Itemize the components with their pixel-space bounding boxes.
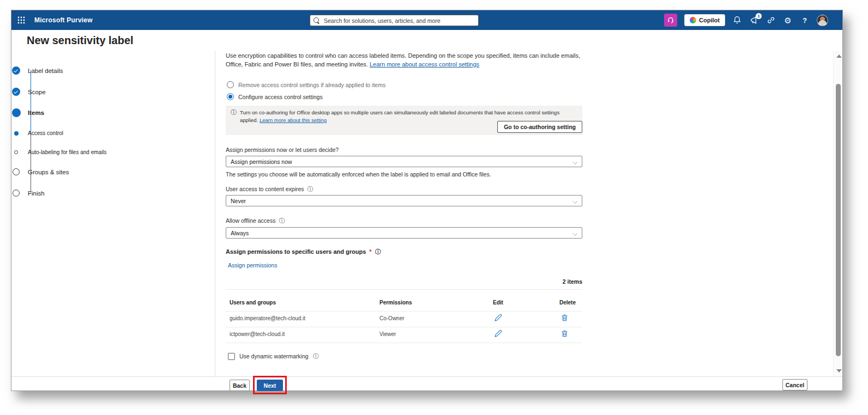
info-icon[interactable]: ⓘ (308, 186, 314, 192)
column-header-users[interactable]: Users and groups (230, 300, 276, 306)
chevron-down-icon (572, 199, 577, 204)
account-avatar[interactable] (817, 15, 828, 26)
table-cell-user: guido.imperatore@tech-cloud.it (230, 315, 305, 321)
delete-permission-button[interactable] (560, 329, 569, 338)
whats-new-badge: 1 (756, 13, 762, 19)
radio-configure-access-control[interactable]: Configure access control settings (227, 93, 323, 101)
radio-label: Configure access control settings (238, 94, 323, 100)
assign-mode-helper: The settings you choose will be automati… (226, 171, 491, 178)
global-search[interactable] (310, 15, 479, 26)
go-to-coauthoring-button[interactable]: Go to co-authoring setting (497, 121, 582, 133)
field-label-text: Assign permissions now or let users deci… (226, 147, 339, 153)
scroll-down-arrow-icon[interactable] (836, 369, 842, 373)
wizard-step-auto-labeling[interactable]: Auto-labeling for files and emails (11, 148, 107, 157)
table-divider (226, 289, 582, 290)
items-count: 2 items (563, 278, 582, 285)
top-bar-actions: Copilot 1 ⚙ (664, 10, 828, 30)
substep-upcoming-icon (14, 150, 18, 154)
assign-permissions-heading: Assign permissions to specific users and… (226, 248, 381, 255)
trash-icon (560, 314, 569, 322)
app-launcher-button[interactable] (11, 10, 31, 30)
notifications-button[interactable] (732, 15, 742, 25)
whats-new-button[interactable]: 1 (749, 15, 759, 25)
chevron-down-icon (572, 160, 577, 164)
offline-access-dropdown[interactable]: Always (226, 227, 582, 239)
pencil-icon (494, 329, 502, 338)
footer-divider (11, 376, 842, 377)
wizard-progress-line-todo (31, 133, 31, 193)
link-icon (767, 16, 775, 25)
field-label-text: Allow offline access (226, 217, 275, 224)
substep-current-icon (14, 131, 19, 136)
column-header-edit: Edit (493, 300, 503, 306)
table-divider (226, 343, 582, 343)
dynamic-watermarking-checkbox-row[interactable]: Use dynamic watermarking ⓘ (228, 352, 319, 360)
wizard-step-access-control[interactable]: Access control (11, 129, 63, 138)
wizard-step-scope[interactable]: Scope (11, 87, 46, 96)
assign-mode-label: Assign permissions now or let users deci… (226, 147, 339, 153)
step-label: Scope (28, 89, 46, 95)
edit-permission-button[interactable] (494, 314, 503, 322)
waffle-icon (17, 16, 25, 24)
wizard-step-label-details[interactable]: Label details (11, 66, 63, 75)
pencil-icon (494, 314, 502, 322)
checkbox-unchecked-icon[interactable] (228, 353, 235, 360)
wizard-step-finish[interactable]: Finish (11, 188, 45, 198)
assign-mode-dropdown[interactable]: Assign permissions now (226, 156, 582, 167)
dropdown-value: Always (231, 230, 249, 236)
scroll-up-arrow-icon[interactable] (836, 54, 842, 58)
copilot-logo-icon (690, 17, 696, 23)
radio-label: Remove access control settings if alread… (238, 82, 385, 88)
step-label: Items (28, 109, 44, 116)
next-button[interactable]: Next (257, 380, 283, 391)
copilot-button[interactable]: Copilot (684, 14, 725, 26)
edit-permission-button[interactable] (494, 329, 503, 338)
page-title: New sensitivity label (27, 34, 134, 47)
heading-text: Assign permissions to specific users and… (226, 248, 366, 255)
step-current-icon (12, 108, 21, 117)
scrollbar-thumb[interactable] (836, 84, 841, 356)
table-cell-permission: Viewer (379, 331, 396, 337)
copilot-label: Copilot (699, 17, 720, 23)
info-icon[interactable]: ⓘ (313, 353, 319, 359)
radio-unselected-icon (227, 81, 234, 88)
top-app-bar: Microsoft Purview Copilot (11, 10, 842, 30)
checkbox-label: Use dynamic watermarking (239, 353, 309, 359)
wizard-step-groups-sites[interactable]: Groups & sites (11, 167, 69, 176)
required-asterisk: * (369, 248, 371, 255)
column-header-permissions[interactable]: Permissions (379, 300, 412, 306)
radio-selected-icon (227, 93, 234, 100)
table-cell-permission: Co-Owner (379, 315, 405, 321)
assign-permissions-link[interactable]: Assign permissions (228, 262, 277, 268)
purview-window: Microsoft Purview Copilot (11, 10, 843, 391)
step-label: Finish (28, 190, 45, 197)
info-icon[interactable]: ⓘ (279, 218, 285, 224)
field-label-text: User access to content expires (226, 186, 304, 192)
step-upcoming-icon (13, 168, 20, 175)
search-input[interactable] (323, 17, 475, 25)
back-button[interactable]: Back (230, 380, 250, 391)
info-icon[interactable]: ⓘ (375, 249, 381, 255)
dropdown-value: Assign permissions now (231, 158, 292, 165)
step-label: Groups & sites (28, 169, 69, 175)
trash-icon (560, 329, 569, 338)
cancel-button[interactable]: Cancel (782, 379, 807, 390)
resources-link-button[interactable] (766, 15, 776, 25)
offline-access-label: Allow offline access ⓘ (226, 217, 285, 224)
search-icon (314, 17, 320, 24)
step-completed-icon (12, 66, 20, 75)
step-upcoming-icon (13, 190, 20, 197)
radio-remove-access-control[interactable]: Remove access control settings if alread… (227, 81, 385, 89)
intro-paragraph: Use encryption capabilities to control w… (226, 52, 582, 69)
help-button[interactable]: ? (800, 15, 810, 25)
settings-button[interactable]: ⚙ (783, 15, 793, 25)
wizard-step-items[interactable]: Items (11, 108, 44, 117)
learn-more-access-control-link[interactable]: Learn more about access control settings (370, 61, 479, 68)
learn-more-setting-link[interactable]: Learn more about this setting (260, 117, 327, 123)
delete-permission-button[interactable] (560, 314, 569, 322)
expires-dropdown[interactable]: Never (226, 195, 582, 206)
help-icon: ? (803, 16, 807, 25)
vertical-scrollbar[interactable] (833, 51, 842, 376)
wizard-progress-line-done (31, 70, 32, 133)
copilot-promo-button[interactable] (664, 14, 677, 27)
